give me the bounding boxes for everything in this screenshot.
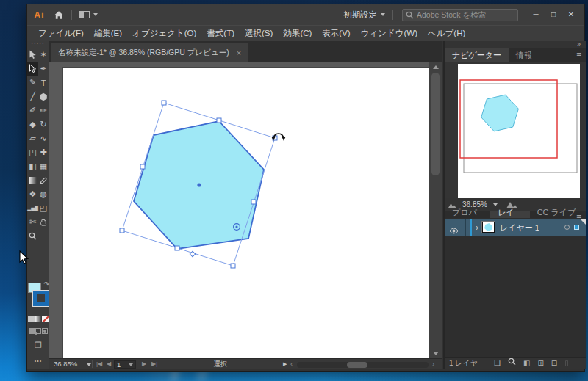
rotate-tool[interactable]: ↻ [38, 117, 49, 131]
paintbrush-tool[interactable]: ✐ [27, 104, 38, 117]
width-tool[interactable]: ∿ [38, 131, 49, 145]
next-artboard-button[interactable]: ▶ [142, 359, 146, 369]
maximize-button[interactable]: □ [545, 8, 562, 21]
shaper-tool[interactable]: ◆ [27, 117, 38, 131]
draw-inside-icon[interactable] [42, 328, 48, 334]
shape-center-point[interactable] [197, 183, 201, 186]
collapse-panels-icon[interactable]: » [445, 41, 586, 48]
search-input[interactable] [417, 10, 517, 19]
column-graph-tool[interactable]: ▂▅█ [27, 201, 38, 215]
horizontal-scroll-thumb[interactable] [347, 362, 368, 368]
prev-artboard-button[interactable]: ◀ [107, 359, 111, 369]
selection-handle[interactable] [140, 164, 145, 169]
toolbar-drag-handle[interactable] [27, 41, 49, 48]
menu-item-3[interactable]: 書式(T) [201, 26, 240, 41]
status-flyout-icon[interactable]: ▶ [283, 359, 287, 369]
shape-builder-tool[interactable]: ◧ [27, 159, 38, 173]
magic-wand-tool[interactable]: ✶ [38, 48, 49, 62]
hand-tool[interactable] [38, 215, 49, 229]
close-button[interactable]: ✕ [562, 8, 580, 21]
stroke-color-swatch[interactable] [33, 291, 49, 306]
eyedropper-tool[interactable] [38, 173, 49, 187]
panel-menu-icon[interactable]: ≡ [576, 48, 581, 62]
menu-item-8[interactable]: ヘルプ(H) [423, 26, 470, 41]
menu-item-7[interactable]: ウィンドウ(W) [356, 26, 423, 41]
vertical-scroll-thumb[interactable] [431, 73, 440, 175]
arrange-documents-icon[interactable] [79, 11, 90, 18]
navigator-preview[interactable] [445, 62, 587, 198]
blend-tool[interactable]: ❖ [27, 187, 38, 201]
pencil-tool[interactable]: ✏ [38, 104, 49, 117]
navigator-tab-1[interactable]: 情報 [509, 48, 539, 62]
visibility-eye-icon[interactable] [449, 224, 459, 237]
layer-target-icon[interactable] [564, 225, 570, 230]
polygon-tool[interactable] [38, 90, 49, 104]
vertical-scrollbar[interactable] [429, 62, 442, 358]
locate-object-icon[interactable] [508, 358, 516, 369]
zoom-tool[interactable] [27, 229, 38, 243]
first-artboard-button[interactable]: |◀ [96, 359, 102, 369]
symbol-sprayer-tool[interactable]: ◍ [38, 187, 49, 201]
direct-selection-tool[interactable] [27, 62, 38, 76]
none-button[interactable] [42, 316, 49, 322]
scroll-down-icon[interactable] [433, 352, 439, 355]
scroll-left-icon[interactable]: ‹ [290, 359, 293, 369]
selection-tool[interactable] [27, 48, 38, 62]
clipping-mask-icon[interactable]: ◧ [523, 358, 530, 369]
document-tab[interactable]: 名称未設定-1* @ 36.85% (RGB/GPU プレビュー) × [51, 43, 248, 62]
gradient-tool[interactable] [27, 173, 38, 187]
artboard-list-chevron[interactable] [129, 363, 133, 366]
navigator-tab-0[interactable]: ナビゲーター [445, 48, 509, 62]
collect-for-export-icon[interactable]: ❏ [494, 358, 501, 369]
last-artboard-button[interactable]: ▶| [151, 359, 157, 369]
draw-normal-icon[interactable] [29, 328, 35, 334]
layer-name[interactable]: レイヤー 1 [500, 219, 539, 236]
swap-fill-stroke-icon[interactable]: ↷ [43, 280, 49, 288]
horizontal-scrollbar[interactable] [297, 362, 429, 368]
scroll-up-icon[interactable] [433, 65, 439, 69]
menu-item-2[interactable]: オブジェクト(O) [127, 26, 201, 41]
status-zoom-level[interactable]: 36.85% [54, 359, 77, 369]
layer-row[interactable]: › レイヤー 1 [445, 219, 586, 236]
type-tool[interactable]: T [38, 76, 49, 90]
selection-handle[interactable] [162, 101, 166, 105]
home-icon[interactable] [54, 10, 64, 20]
color-button[interactable] [28, 316, 35, 322]
pen-tool[interactable]: ✒ [38, 62, 49, 76]
scroll-right-icon[interactable]: › [432, 359, 434, 369]
expand-layer-icon[interactable]: › [476, 219, 478, 236]
artboard-number-field[interactable]: 1 [114, 360, 136, 369]
slice-tool[interactable]: ✄ [27, 215, 38, 229]
free-transform-tool[interactable]: ◳ [27, 145, 38, 159]
navigator-zoom-chevron[interactable] [493, 203, 498, 206]
draw-behind-icon[interactable] [35, 328, 41, 334]
screen-mode-icon[interactable]: ❐ [27, 341, 49, 350]
menu-item-6[interactable]: 表示(V) [317, 26, 355, 41]
gradient-button[interactable] [35, 316, 42, 322]
selection-handle[interactable] [120, 228, 124, 233]
adobe-stock-search[interactable] [402, 9, 518, 21]
menu-item-0[interactable]: ファイル(F) [33, 26, 89, 41]
mesh-tool[interactable]: ▦ [38, 159, 49, 173]
selection-handle[interactable] [231, 264, 235, 268]
chevron-down-icon[interactable] [93, 13, 98, 16]
menu-item-5[interactable]: 効果(C) [278, 26, 317, 41]
canvas[interactable] [49, 62, 429, 358]
puppet-warp-tool[interactable]: ✚ [38, 145, 49, 159]
scale-tool[interactable]: ▱ [27, 131, 38, 145]
layer-selection-indicator[interactable] [574, 225, 579, 230]
menu-item-4[interactable]: 選択(S) [240, 26, 278, 41]
line-segment-tool[interactable]: ╱ [27, 90, 38, 104]
minimize-button[interactable]: ─ [527, 8, 545, 21]
selection-handle[interactable] [251, 200, 256, 204]
new-sublayer-icon[interactable]: ⊞ [537, 358, 543, 369]
artboard-tool[interactable]: ◰ [38, 201, 49, 215]
workspace-switcher[interactable]: 初期設定 [343, 10, 385, 21]
curvature-tool[interactable]: ✎ [27, 76, 38, 90]
menu-item-1[interactable]: 編集(E) [89, 26, 127, 41]
selection-handle[interactable] [217, 118, 221, 123]
new-layer-icon[interactable]: ⊡ [551, 358, 557, 369]
more-tools-button[interactable]: ••• [27, 358, 49, 363]
selection-handle[interactable] [175, 246, 179, 250]
zoom-menu-chevron[interactable] [87, 363, 91, 366]
